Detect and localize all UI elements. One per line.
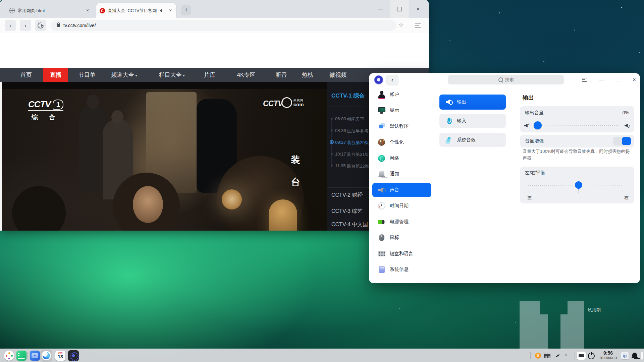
address-bar[interactable]: tv.cctv.com/live/ [51, 20, 396, 31]
balance-slider-thumb[interactable] [575, 181, 582, 189]
loud-speaker-icon[interactable] [625, 123, 630, 128]
back-button[interactable]: ‹ [5, 20, 16, 31]
browser-minimize-button[interactable] [375, 3, 386, 15]
clock-icon [378, 202, 386, 210]
tray-divider [530, 352, 531, 359]
launcher-icon[interactable] [4, 351, 14, 361]
scene-person [79, 105, 106, 192]
pen-tray-icon[interactable] [555, 353, 560, 358]
scene-lamp [222, 189, 242, 209]
trash-icon[interactable] [621, 352, 629, 359]
video-player[interactable]: CCTV 1 综 合 CCTV 央视网 com 装 台 [2, 82, 327, 231]
settings-maximize-button[interactable] [615, 76, 623, 83]
settings-minimize-button[interactable]: — [598, 76, 606, 83]
timeline-dot [331, 118, 333, 120]
current-channel[interactable]: CCTV-1 综合 [331, 92, 365, 100]
tab-close-icon[interactable]: × [167, 8, 173, 14]
default-apps-icon [378, 122, 386, 130]
volume-label: 输出音量 [525, 110, 544, 116]
panel-title: 输出 [523, 94, 534, 102]
volume-boost-toggle[interactable] [613, 137, 631, 145]
settings-body: 帐户 显示 默认程序 个性化 网络 通知 声音 时间日期 电源管理 鼠标 键盘和… [369, 86, 640, 283]
settings-back-button[interactable]: ‹ [386, 75, 398, 85]
section-input[interactable]: 输入 [439, 114, 506, 128]
browser-tab-cctv-active[interactable]: C 直播大全_CCTV节目官网 × [96, 3, 176, 18]
sidebar-item-personalization[interactable]: 个性化 [372, 135, 431, 149]
file-manager-icon[interactable] [30, 351, 40, 361]
trial-watermark-label: 试用期 [588, 307, 601, 313]
new-tab-button[interactable]: + [181, 5, 191, 15]
menu-icon [582, 78, 587, 82]
taskbar-clock[interactable]: 9:56 2023/06/13 [598, 350, 619, 360]
sidebar-item-sound[interactable]: 声音 [372, 183, 431, 197]
forward-button[interactable]: › [20, 20, 31, 31]
tab-audio-icon[interactable] [160, 9, 164, 13]
nav-item-home[interactable]: 首页 [16, 68, 37, 82]
control-center-icon[interactable] [68, 350, 79, 361]
power-button[interactable] [588, 352, 595, 359]
timeline-dot [331, 129, 333, 131]
browser-tabbar: 常用网页.html × C 直播大全_CCTV节目官网 × + × [0, 0, 429, 18]
balance-right-label: 右 [624, 195, 629, 201]
settings-sidebar: 帐户 显示 默认程序 个性化 网络 通知 声音 时间日期 电源管理 鼠标 键盘和… [369, 86, 435, 283]
browser-icon[interactable] [42, 351, 51, 360]
scene-foreground-head [12, 186, 66, 231]
balance-left-label: 左 [527, 195, 532, 201]
control-center-app-icon [374, 75, 383, 84]
volume-slider-thumb[interactable] [534, 121, 542, 129]
sidebar-item-network[interactable]: 网络 [372, 151, 431, 165]
sidebar-item-default-apps[interactable]: 默认程序 [372, 119, 431, 133]
reload-button[interactable] [35, 20, 46, 31]
nav-item-columns[interactable]: 栏目大全▾ [157, 68, 187, 82]
timeline-dot [331, 165, 333, 167]
sidebar-item-account[interactable]: 帐户 [372, 87, 431, 102]
sidebar-item-display[interactable]: 显示 [372, 103, 431, 117]
balance-card: 左/右平衡 左 右 [520, 167, 634, 203]
nav-item-live[interactable]: 直播 [43, 68, 68, 82]
show-desktop-strip[interactable] [641, 352, 643, 360]
bookmark-star-icon[interactable]: ☆ [398, 21, 404, 28]
output-panel: 输出 输出音量 0% 音量增强 [510, 86, 640, 283]
browser-tab-home[interactable]: 常用网页.html × [6, 3, 93, 18]
sidebar-item-datetime[interactable]: 时间日期 [372, 199, 431, 213]
tray-expand-chevron[interactable]: › [565, 351, 567, 358]
settings-titlebar: ‹ 搜索 — × [369, 73, 640, 86]
volume-slider-track[interactable] [536, 125, 619, 126]
tab-close-icon[interactable]: × [85, 8, 91, 14]
desktop: 试用期 常用网页.html × C 直播大全_CCTV节目官网 × + × ‹ … [0, 0, 644, 362]
sidebar-item-mouse[interactable]: 鼠标 [372, 231, 431, 245]
nav-item-hot[interactable]: 热榜 [297, 68, 318, 82]
nav-item-4k[interactable]: 4K专区 [233, 68, 260, 82]
section-output[interactable]: 输出 [439, 95, 506, 110]
nav-item-audio[interactable]: 听音 [271, 68, 292, 82]
onscreen-keyboard-button[interactable] [577, 352, 586, 360]
settings-close-button[interactable]: × [630, 76, 638, 83]
tick-mark [578, 190, 579, 193]
app-store-icon[interactable] [16, 351, 26, 361]
volume-slider[interactable] [524, 121, 631, 130]
settings-search-input[interactable]: 搜索 [448, 75, 564, 84]
uos-id-tray-icon[interactable]: U [535, 353, 541, 359]
sidebar-item-keyboard[interactable]: 键盘和语言 [372, 247, 431, 261]
sidebar-item-power[interactable]: 电源管理 [372, 215, 431, 229]
browser-close-button[interactable]: × [412, 3, 424, 15]
drama-title-overlay: 装 台 [290, 149, 301, 193]
nav-item-library[interactable]: 片库 [199, 68, 221, 82]
nav-item-schedule[interactable]: 节目单 [75, 68, 99, 82]
keyboard-layout-tray-icon[interactable] [544, 354, 550, 358]
section-sound-effects[interactable]: 系统音效 [439, 133, 506, 147]
browser-menu-icon[interactable] [415, 23, 421, 27]
maximize-icon [617, 78, 621, 82]
mute-speaker-icon[interactable] [524, 123, 530, 128]
browser-maximize-button[interactable] [394, 3, 405, 15]
reload-icon [36, 21, 45, 29]
cctv-site-header: CCTV 节目官网 视频 ▾ 热榜 登录 帮助 | 返回央视网 [0, 33, 429, 68]
notification-bell-icon[interactable] [631, 352, 638, 359]
nav-item-channels[interactable]: 频道大全▾ [109, 68, 139, 82]
nav-item-microvideo[interactable]: 微视频 [325, 68, 352, 82]
settings-menu-button[interactable] [581, 76, 589, 83]
calendar-icon[interactable]: JUN 13 [55, 351, 65, 361]
sidebar-item-notification[interactable]: 通知 [372, 167, 431, 181]
sidebar-item-system-info[interactable]: 系统信息 [372, 262, 431, 277]
url-text[interactable]: tv.cctv.com/live/ [63, 23, 96, 28]
